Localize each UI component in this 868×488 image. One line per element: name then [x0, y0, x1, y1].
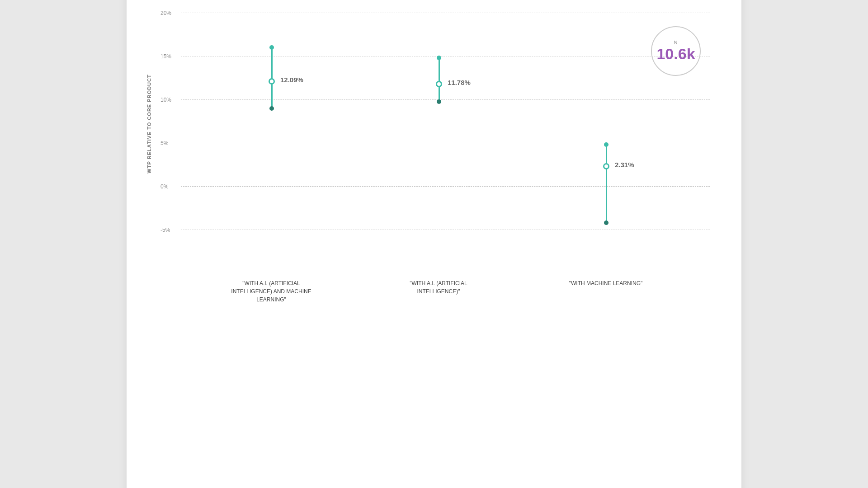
series-1-q1-dot: [269, 106, 274, 111]
n-circle: N 10.6k: [651, 26, 701, 76]
series-1-q2-dot: [269, 78, 275, 84]
main-card: HOW JUST MENTIONING A.I. INCREASES VALUE…: [127, 0, 741, 488]
series-1-value-label: 12.09%: [280, 76, 303, 84]
series-3-q3-dot: [604, 142, 609, 147]
x-label-3: "WITH MACHINE LEARNING": [561, 279, 651, 287]
series-1-q3-dot: [269, 45, 274, 50]
grid-label-minus5: -5%: [160, 227, 170, 233]
n-label: N: [674, 40, 678, 45]
series-2-q1-dot: [437, 99, 441, 104]
series-3-line: [606, 145, 607, 223]
gridline-10: 10%: [181, 99, 710, 100]
gridline-5: 5%: [181, 143, 710, 143]
series-2-line: [439, 58, 440, 102]
series-2-value-label: 11.78%: [448, 79, 471, 86]
series-3-value-label: 2.31%: [615, 161, 634, 169]
chart-area: WTP RELATIVE TO CORE PRODUCT 20% 15% 10%…: [154, 13, 714, 230]
grid-label-0: 0%: [160, 183, 168, 190]
series-3-q2-dot: [603, 163, 609, 169]
gridline-0: 0%: [181, 186, 710, 187]
n-value: 10.6k: [656, 45, 695, 63]
grid-label-15: 15%: [160, 53, 171, 60]
series-1-line: [271, 47, 273, 108]
series-2-q2-dot: [436, 81, 442, 87]
gridline-20: 20%: [181, 13, 710, 13]
grid-label-10: 10%: [160, 97, 171, 103]
chart-inner: 20% 15% 10% 5% 0% -5% N 10.6k: [181, 13, 710, 230]
grid-label-5: 5%: [160, 140, 168, 146]
series-3-q1-dot: [604, 221, 609, 225]
grid-label-20: 20%: [160, 10, 171, 16]
x-label-1: "WITH A.I. (ARTIFICIALINTELLIGENCE) AND …: [226, 279, 316, 304]
gridline-minus5: -5%: [181, 230, 710, 230]
x-label-2: "WITH A.I. (ARTIFICIALINTELLIGENCE)": [391, 279, 486, 296]
gridline-15: 15%: [181, 56, 710, 56]
series-2-q3-dot: [437, 56, 441, 60]
y-axis-label: WTP RELATIVE TO CORE PRODUCT: [146, 75, 152, 174]
